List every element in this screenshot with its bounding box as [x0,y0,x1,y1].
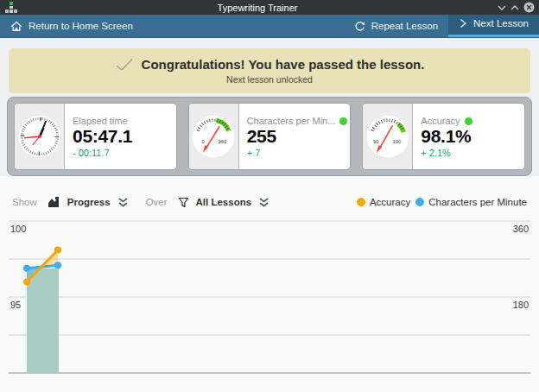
svg-text:90: 90 [373,139,379,144]
title-bar: Typewriting Trainer [0,0,539,15]
legend-accuracy[interactable]: Accuracy [357,197,410,207]
legend-accuracy-label: Accuracy [370,197,410,207]
svg-text:100: 100 [10,224,26,234]
clock-icon [15,104,65,169]
chart-legend: Accuracy Characters per Minute [357,197,527,207]
accuracy-legend-dot [357,198,365,206]
banner-title: Congratulations! You have passed the les… [142,57,425,72]
card-title: Accuracy [421,116,460,126]
over-value-dropdown[interactable]: All Lessons [196,197,252,207]
accuracy-card: 90 100 Accuracy 98.1% + 2.1% [362,103,525,170]
checkmark-icon [115,58,134,72]
card-title: Elapsed time [73,116,128,126]
next-lesson-button[interactable]: Next Lesson [448,15,539,37]
svg-text:360: 360 [513,224,529,234]
elapsed-time-value: 05:47.1 [73,126,168,147]
cpm-delta: + 7 [247,148,343,158]
maximize-icon[interactable] [510,4,519,11]
return-home-button[interactable]: Return to Home Screen [0,15,143,37]
progress-chart: 10095360180 [0,215,539,387]
status-ok-dot [465,117,472,125]
elapsed-time-card: Elapsed time 05:47.1 - 00:11.7 [14,103,177,170]
progress-chart-canvas: 10095360180 [0,215,539,387]
filter-funnel-icon [178,197,189,208]
graph-section: Show Progress Over All Lessons [0,176,539,392]
show-value-dropdown[interactable]: Progress [67,197,111,207]
status-ok-dot [339,117,347,125]
app-icon [5,2,17,13]
cpm-legend-dot [415,198,424,206]
svg-text:95: 95 [10,300,21,310]
double-chevron-down-icon[interactable] [258,197,270,208]
legend-cpm-label: Characters per Minute [428,197,527,207]
over-label: Over [146,197,168,207]
accuracy-delta: + 2.1% [421,148,517,158]
graph-filter-row: Show Progress Over All Lessons [12,196,527,208]
repeat-lesson-label: Repeat Lesson [371,21,438,31]
svg-text:360: 360 [219,139,228,144]
cpm-value: 255 [247,126,343,147]
elapsed-time-delta: - 00:11.7 [73,148,168,158]
congratulations-banner: Congratulations! You have passed the les… [9,48,530,93]
svg-text:180: 180 [513,300,529,310]
refresh-icon [354,21,365,32]
chevron-right-icon [459,18,467,28]
legend-cpm[interactable]: Characters per Minute [415,197,527,207]
repeat-lesson-button[interactable]: Repeat Lesson [344,15,448,37]
speed-gauge-icon: 0 360 [189,104,239,169]
window-title: Typewriting Trainer [17,3,498,13]
home-icon [10,21,22,32]
return-home-label: Return to Home Screen [29,21,133,31]
toolbar: Return to Home Screen Repeat Lesson Next… [0,15,539,38]
next-lesson-label: Next Lesson [473,18,529,28]
svg-text:100: 100 [392,139,402,144]
show-label: Show [12,197,37,207]
cpm-card: 0 360 Characters per Min... 255 + 7 [188,103,352,170]
close-icon[interactable] [523,2,535,13]
app-window: Typewriting Trainer Return to Home Scree… [0,0,539,392]
double-chevron-down-icon[interactable] [117,197,129,208]
area-chart-icon [48,196,60,208]
minimize-icon[interactable] [498,4,506,11]
accuracy-gauge-icon: 90 100 [363,104,413,169]
accuracy-value: 98.1% [421,126,517,147]
stats-panel: Elapsed time 05:47.1 - 00:11.7 0 360 Cha… [7,97,532,176]
card-title: Characters per Min... [247,116,336,126]
banner-subtitle: Next lesson unlocked [226,74,313,85]
